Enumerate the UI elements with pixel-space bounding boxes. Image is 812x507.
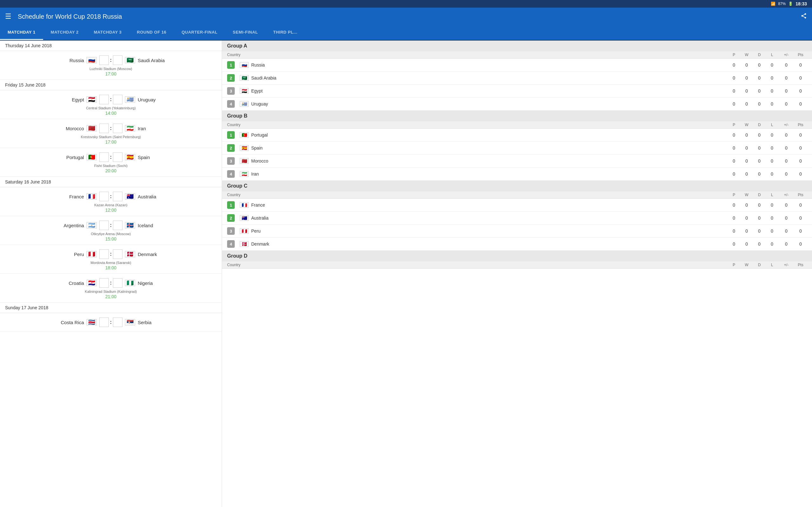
column-header-w: W: [740, 123, 753, 127]
stat-cell-gd: 0: [778, 171, 794, 176]
stat-cell-p: 0: [728, 158, 740, 164]
country-name: France: [251, 203, 265, 208]
team1-flag: 🇫🇷: [87, 193, 97, 200]
group-table-header: CountryPWDL+/-Pts: [222, 191, 812, 199]
group-team-row: 1🇵🇹Portugal000000: [222, 129, 812, 142]
score-box: :: [99, 278, 122, 288]
stat-cell-w: 0: [740, 146, 753, 151]
tab-quarter[interactable]: QUARTER-FINAL: [174, 25, 225, 40]
team2-flag: 🇮🇸: [125, 222, 135, 228]
column-header-l: L: [766, 123, 778, 127]
column-header-p: P: [728, 53, 740, 57]
tab-third[interactable]: THIRD PL...: [265, 25, 305, 40]
group-team-row: 3🇪🇬Egypt000000: [222, 84, 812, 98]
group-team-row: 3🇵🇪Peru000000: [222, 225, 812, 238]
stat-cell-gd: 0: [778, 216, 794, 221]
stat-cell-w: 0: [740, 228, 753, 233]
match-item: Morocco🇲🇦:🇮🇷IranKrestovsky Stadium (Sain…: [0, 119, 222, 148]
column-header-d: D: [753, 123, 766, 127]
stat-cell-l: 0: [766, 203, 778, 208]
team2-name: Serbia: [138, 320, 169, 325]
column-header-+/-: +/-: [778, 123, 794, 127]
score-separator: :: [110, 251, 112, 257]
country-flag: 🇵🇹: [240, 132, 249, 138]
stat-cell-gd: 0: [778, 75, 794, 80]
group-section-group-a: Group ACountryPWDL+/-Pts1🇷🇺Russia0000002…: [222, 41, 812, 111]
stat-cell-pts: 0: [794, 228, 807, 233]
page-title: Schedule for World Cup 2018 Russia: [18, 13, 801, 20]
stat-cell-d: 0: [753, 89, 766, 94]
tab-round16[interactable]: ROUND OF 16: [130, 25, 174, 40]
country-name: Egypt: [251, 89, 263, 94]
match-stadium: Central Stadium (Yekaterinburg): [0, 106, 222, 111]
stat-cell-gd: 0: [778, 203, 794, 208]
match-stadium: Otkrytiye Arena (Moscow): [0, 231, 222, 236]
score-separator: :: [110, 222, 112, 228]
score-box: :: [99, 124, 122, 133]
column-header-w: W: [740, 263, 753, 267]
group-team-row: 1🇫🇷France000000: [222, 199, 812, 212]
column-header-country: Country: [227, 123, 728, 127]
team1-flag: 🇷🇺: [87, 57, 97, 63]
column-header-l: L: [766, 193, 778, 197]
country-flag: 🇩🇰: [240, 241, 249, 247]
match-teams: Egypt🇪🇬:🇺🇾Uruguay: [0, 94, 222, 106]
country-flag: 🇦🇺: [240, 215, 249, 221]
share-icon[interactable]: [801, 13, 807, 20]
column-header-country: Country: [227, 263, 728, 267]
stat-cell-w: 0: [740, 132, 753, 137]
stat-cell-p: 0: [728, 132, 740, 137]
score-team2: [113, 124, 122, 133]
top-bar: ☰ Schedule for World Cup 2018 Russia: [0, 8, 812, 25]
tab-matchday3[interactable]: MATCHDAY 3: [86, 25, 130, 40]
stat-cell-l: 0: [766, 101, 778, 107]
stat-cell-pts: 0: [794, 132, 807, 137]
score-separator: :: [110, 57, 112, 63]
match-teams: Peru🇵🇪:🇩🇰Denmark: [0, 248, 222, 260]
hamburger-menu-icon[interactable]: ☰: [5, 12, 11, 20]
group-team-row: 4🇮🇷Iran000000: [222, 168, 812, 181]
column-header-pts: Pts: [794, 123, 807, 127]
team2-flag: 🇸🇦: [125, 57, 135, 63]
team2-name: Iran: [138, 126, 169, 131]
stat-cell-gd: 0: [778, 62, 794, 67]
score-team2: [113, 95, 122, 104]
column-header-d: D: [753, 53, 766, 57]
team1-name: France: [52, 194, 84, 199]
battery-icon: 🔋: [788, 2, 793, 6]
match-time: 18:00: [0, 265, 222, 270]
country-cell: 🇮🇷Iran: [240, 171, 728, 177]
tab-matchday1[interactable]: MATCHDAY 1: [0, 25, 43, 40]
team2-flag: 🇷🇸: [125, 319, 135, 326]
team1-name: Costa Rica: [52, 320, 84, 325]
country-flag: 🇸🇦: [240, 75, 249, 81]
tab-semi[interactable]: SEMI-FINAL: [225, 25, 265, 40]
stat-cell-pts: 0: [794, 158, 807, 164]
country-name: Iran: [251, 171, 259, 176]
tab-matchday2[interactable]: MATCHDAY 2: [43, 25, 86, 40]
match-item: Argentina🇦🇷:🇮🇸IcelandOtkrytiye Arena (Mo…: [0, 216, 222, 245]
team2-flag: 🇳🇬: [125, 280, 135, 286]
stat-cell-gd: 0: [778, 228, 794, 233]
country-flag: 🇫🇷: [240, 202, 249, 208]
stat-cell-l: 0: [766, 241, 778, 246]
country-flag: 🇪🇸: [240, 145, 249, 151]
column-header-+/-: +/-: [778, 53, 794, 57]
match-time: 17:00: [0, 71, 222, 76]
group-table-header: CountryPWDL+/-Pts: [222, 121, 812, 129]
stat-cell-p: 0: [728, 171, 740, 176]
stat-cell-pts: 0: [794, 146, 807, 151]
stat-cell-w: 0: [740, 171, 753, 176]
match-teams: Croatia🇭🇷:🇳🇬Nigeria: [0, 277, 222, 289]
column-header-country: Country: [227, 53, 728, 57]
rank-badge: 2: [227, 214, 235, 222]
rank-badge: 2: [227, 74, 235, 82]
country-cell: 🇩🇰Denmark: [240, 241, 728, 247]
team2-flag: 🇩🇰: [125, 251, 135, 257]
stat-cell-l: 0: [766, 158, 778, 164]
stat-cell-w: 0: [740, 62, 753, 67]
group-table-header: CountryPWDL+/-Pts: [222, 51, 812, 59]
group-section-group-b: Group BCountryPWDL+/-Pts1🇵🇹Portugal00000…: [222, 111, 812, 181]
match-item: Peru🇵🇪:🇩🇰DenmarkMordovia Arena (Saransk)…: [0, 245, 222, 274]
score-team1: [99, 124, 109, 133]
